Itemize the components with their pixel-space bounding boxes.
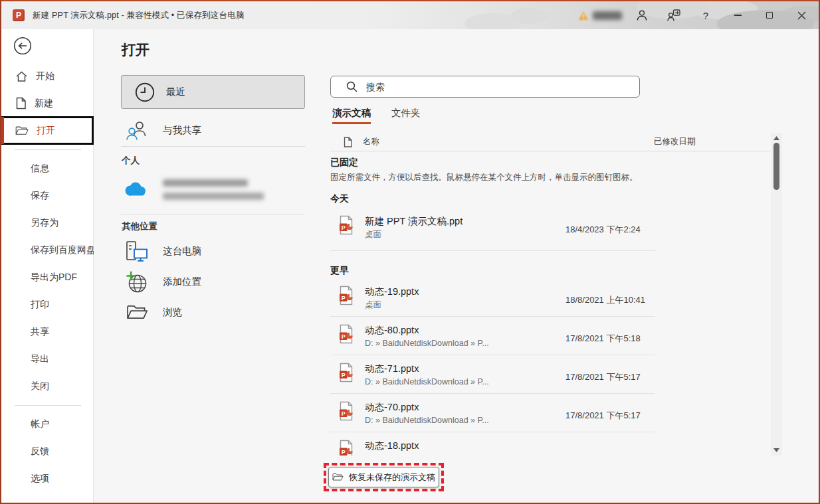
powerpoint-icon: P [13,9,25,21]
window-title: 新建 PPT 演示文稿.ppt - 兼容性模式 • 已保存到这台电脑 [33,1,245,29]
place-browse[interactable]: 浏览 [121,297,305,327]
recover-button-label: 恢复未保存的演示文稿 [349,471,435,483]
sidebar-item-share[interactable]: 共享 [1,318,93,345]
file-modified-date: 17/8/2021 下午5:17 [565,410,641,422]
sidebar-item-label: 反馈 [31,446,49,458]
onedrive-item[interactable] [122,170,305,209]
sidebar-item-export-pdf[interactable]: 导出为PDF [1,264,93,291]
scroll-up-arrow[interactable] [771,133,782,143]
section-header-personal: 个人 [122,155,140,167]
file-name: 动态-70.pptx [365,401,489,414]
maximize-icon [766,12,773,19]
maximize-button[interactable] [754,1,785,29]
tab-presentations[interactable]: 演示文稿 [332,107,371,124]
sidebar-item-label: 导出为PDF [31,272,77,284]
file-name: 动态-19.pptx [365,286,419,298]
sidebar-item-info[interactable]: 信息 [1,155,93,182]
close-icon [797,11,806,20]
sidebar-item-label: 保存 [31,190,49,202]
place-add-location[interactable]: 添加位置 [121,267,305,297]
place-this-pc[interactable]: 这台电脑 [121,236,305,266]
search-icon [346,81,358,92]
sidebar-item-label: 保存到百度网盘 [31,244,96,256]
sidebar-item-close[interactable]: 关闭 [1,373,93,400]
back-arrow-icon[interactable] [13,37,32,55]
file-row[interactable]: 动态-80.pptx D: » BaiduNetdiskDownload » P… [330,324,770,349]
title-bar: P 新建 PPT 演示文稿.ppt - 兼容性模式 • 已保存到这台电脑 [1,1,819,29]
column-name[interactable]: 名称 [363,136,379,147]
place-label: 浏览 [163,306,182,319]
sidebar-item-open[interactable]: 打开 [1,117,93,144]
ppt-file-icon [338,286,354,305]
sidebar-item-label: 新建 [35,98,53,110]
ppt-file-icon [338,440,354,456]
file-name: 动态-71.pptx [365,363,489,375]
minimize-icon [734,15,742,16]
file-row[interactable]: 动态-18.pptx [330,440,770,456]
sidebar-item-new[interactable]: 新建 [1,90,93,117]
minimize-button[interactable] [722,1,754,29]
file-row[interactable]: 动态-70.pptx D: » BaiduNetdiskDownload » P… [330,401,770,426]
place-label: 与我共享 [163,124,201,137]
column-modified[interactable]: 已修改日期 [654,136,696,147]
file-modified-date: 18/4/2023 下午2:24 [565,224,641,236]
file-row[interactable]: 动态-71.pptx D: » BaiduNetdiskDownload » P… [330,363,770,388]
tab-folders[interactable]: 文件夹 [391,107,421,124]
list-column-header: 名称 已修改日期 [330,133,770,151]
sidebar-item-label: 导出 [31,353,49,365]
file-row-wrap: 动态-70.pptx D: » BaiduNetdiskDownload » P… [330,394,770,432]
help-button[interactable]: ? [690,1,722,29]
search-input[interactable] [358,76,639,97]
sidebar-item-home[interactable]: 开始 [1,62,93,90]
file-row-wrap: 动态-19.pptx 桌面 18/8/2021 上午10:41 [330,278,770,317]
sidebar-item-save-as[interactable]: 另存为 [1,209,93,236]
scrollbar-thumb[interactable] [773,143,779,190]
ppt-file-icon [338,215,354,235]
file-row-wrap: 动态-71.pptx D: » BaiduNetdiskDownload » P… [330,355,770,394]
file-location: D: » BaiduNetdiskDownload » P... [365,377,489,388]
open-folder-icon [15,126,29,136]
person-feedback-icon [667,9,680,22]
pinned-description: 固定所需文件，方便以后查找。鼠标悬停在某个文件上方时，单击显示的图钉图标。 [330,172,770,183]
sidebar-item-account[interactable]: 帐户 [1,410,93,438]
home-icon [15,70,28,82]
user-name-redacted [593,11,622,20]
account-chip[interactable] [578,1,622,29]
sidebar-item-save-to-baidu[interactable]: 保存到百度网盘 [1,236,93,264]
sidebar-item-label: 开始 [36,70,54,82]
vertical-scrollbar[interactable] [771,133,782,456]
recent-file-list: 名称 已修改日期 已固定 固定所需文件，方便以后查找。鼠标悬停在某个文件上方时，… [330,133,770,456]
place-shared-with-me[interactable]: 与我共享 [121,116,305,145]
powerpoint-window: P 新建 PPT 演示文稿.ppt - 兼容性模式 • 已保存到这台电脑 [0,0,820,504]
clock-icon [134,82,155,103]
sidebar-item-export[interactable]: 导出 [1,345,93,373]
account-button[interactable] [626,1,658,29]
sidebar-item-print[interactable]: 打印 [1,291,93,318]
shared-people-icon [126,120,148,141]
places-divider [121,146,305,147]
place-label: 这台电脑 [163,245,201,258]
section-header-other: 其他位置 [122,220,157,232]
sidebar-item-feedback[interactable]: 反馈 [1,438,93,465]
sidebar-item-label: 帐户 [31,418,49,430]
file-name: 新建 PPT 演示文稿.ppt [365,215,462,228]
file-name: 动态-18.pptx [365,440,419,452]
file-modified-date: 17/8/2021 下午5:17 [565,371,641,383]
file-row[interactable]: 新建 PPT 演示文稿.ppt 桌面 18/4/2023 下午2:24 [330,215,770,245]
place-recent[interactable]: 最近 [121,75,305,109]
file-row-wrap: 动态-80.pptx D: » BaiduNetdiskDownload » P… [330,317,770,355]
onedrive-cloud-icon [122,180,148,199]
places-divider [121,214,305,214]
recover-unsaved-button[interactable]: 恢复未保存的演示文稿 [328,467,439,487]
close-button[interactable] [785,1,817,29]
file-row[interactable]: 动态-19.pptx 桌面 18/8/2021 上午10:41 [330,286,770,311]
sidebar-item-label: 共享 [31,326,49,338]
add-place-globe-icon [125,270,149,294]
person-icon [636,9,648,21]
feedback-button[interactable] [658,1,690,29]
scroll-down-arrow[interactable] [771,445,782,456]
sidebar-item-options[interactable]: 选项 [1,465,93,492]
sidebar-item-save[interactable]: 保存 [1,182,93,209]
sidebar-item-label: 另存为 [31,217,58,229]
search-box [330,76,640,98]
